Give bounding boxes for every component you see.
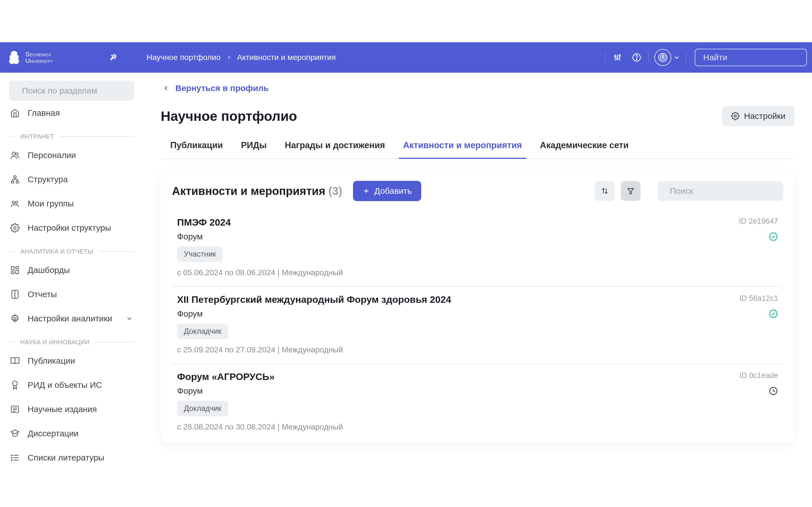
hierarchy-icon <box>10 175 20 184</box>
role-badge: Участник <box>177 246 223 262</box>
sidebar-item-label: Персоналии <box>28 151 76 160</box>
logo-text: SechenovUniversity <box>26 51 53 64</box>
tab-nagrady[interactable]: Награды и достижения <box>285 135 385 158</box>
group-icon <box>10 199 20 209</box>
svg-point-8 <box>637 59 637 60</box>
pin-icon <box>109 53 117 62</box>
panel-title: Активности и мероприятия (3) <box>172 185 342 198</box>
list-icon <box>10 453 20 462</box>
back-link[interactable]: Вернуться в профиль <box>162 83 795 93</box>
events-panel: Активности и мероприятия (3) Добавить <box>161 170 795 443</box>
breadcrumb: Научное портфолио Активности и мероприят… <box>147 53 336 62</box>
avatar <box>654 49 671 66</box>
filter-button[interactable] <box>621 181 641 201</box>
sidebar-item-izdaniya[interactable]: Научные издания <box>9 397 134 421</box>
event-meta: с 05.06.2024 по 08.06.2024 | Международн… <box>177 268 778 277</box>
global-search-input[interactable] <box>703 53 810 62</box>
chevron-down-icon <box>126 315 133 322</box>
sidebar-item-label: Настройки аналитики <box>28 314 112 323</box>
event-name: ПМЭФ 2024 <box>177 217 231 228</box>
sidebar: Главная ИНТРАНЕТ Персоналии Структура Мо… <box>0 73 143 507</box>
sidebar-item-personalii[interactable]: Персоналии <box>9 143 134 167</box>
tab-publikacii[interactable]: Публикации <box>170 135 223 158</box>
home-icon <box>10 108 20 118</box>
gear-icon <box>731 112 740 120</box>
event-item[interactable]: ПМЭФ 2024 ID 2e19647 Форум Участник с 05… <box>172 210 783 287</box>
panel-search[interactable] <box>658 181 783 201</box>
sidebar-item-label: Настройки структуры <box>28 223 111 233</box>
user-menu[interactable] <box>654 49 680 66</box>
svg-point-6 <box>619 55 620 56</box>
event-type: Форум <box>177 386 203 396</box>
svg-point-22 <box>15 202 18 204</box>
tab-ridy[interactable]: РИДы <box>241 135 267 158</box>
tab-aktivnosti[interactable]: Активности и мероприятия <box>403 135 522 158</box>
sidebar-search[interactable] <box>9 80 134 101</box>
adjustments-button[interactable] <box>612 52 623 63</box>
add-button[interactable]: Добавить <box>353 181 421 201</box>
page-title: Научное портфолио <box>161 108 297 124</box>
sidebar-section: АНАЛИТИКА И ОТЧЕТЫ <box>9 248 134 255</box>
sidebar-item-label: Списки литературы <box>28 453 104 462</box>
help-button[interactable] <box>631 52 642 63</box>
svg-point-37 <box>11 455 12 456</box>
sidebar-item-otchety[interactable]: Отчеты <box>9 282 134 306</box>
fingerprint-icon <box>657 51 669 64</box>
svg-point-28 <box>14 318 16 320</box>
breadcrumb-item[interactable]: Активности и мероприятия <box>237 53 336 62</box>
event-meta: с 28.08.2024 по 30.08.2024 | Международн… <box>177 422 778 432</box>
svg-rect-26 <box>16 270 18 274</box>
event-item[interactable]: Форум «АГРОРУСЬ» ID 0c1eade Форум Доклад… <box>172 364 783 434</box>
sidebar-search-input[interactable] <box>22 86 129 96</box>
tree-icon <box>6 50 22 65</box>
sidebar-item-nastroiki-struktury[interactable]: Настройки структуры <box>9 216 134 240</box>
sidebar-item-nastroiki-analitiki[interactable]: Настройки аналитики <box>9 306 134 331</box>
event-name: XII Петербургский международный Форум зд… <box>177 294 451 305</box>
book-icon <box>10 290 20 299</box>
sidebar-item-dissertacii[interactable]: Диссертации <box>9 421 134 446</box>
pending-clock-icon <box>769 386 778 396</box>
svg-rect-20 <box>16 181 18 183</box>
sidebar-item-label: Дашборды <box>28 265 70 275</box>
event-id: ID 2e19647 <box>739 217 778 226</box>
gear-icon <box>10 314 20 323</box>
event-type: Форум <box>177 232 203 241</box>
sidebar-item-moi-gruppy[interactable]: Мои группы <box>9 191 134 216</box>
svg-point-23 <box>14 227 16 229</box>
sidebar-item-struktura[interactable]: Структура <box>9 167 134 191</box>
sidebar-item-label: Публикации <box>28 356 75 365</box>
pin-button[interactable] <box>108 52 119 63</box>
help-icon <box>632 53 641 62</box>
svg-point-21 <box>12 202 15 204</box>
sidebar-item-label: Главная <box>28 108 60 118</box>
sidebar-section: ИНТРАНЕТ <box>9 133 134 140</box>
chevron-down-icon <box>673 54 680 61</box>
panel-search-input[interactable] <box>670 186 777 196</box>
svg-point-39 <box>11 460 12 460</box>
sidebar-item-dashbordy[interactable]: Дашборды <box>9 258 134 282</box>
event-meta: с 25.09.2024 по 27.09.2024 | Международн… <box>177 345 778 354</box>
graduation-icon <box>10 429 20 438</box>
sidebar-item-rid[interactable]: РИД и объекты ИС <box>9 373 134 397</box>
svg-point-40 <box>734 115 737 117</box>
role-badge: Докладчик <box>177 401 228 416</box>
filter-icon <box>626 187 635 195</box>
gear-icon <box>10 223 20 233</box>
svg-rect-25 <box>16 267 18 269</box>
global-search[interactable] <box>695 49 807 66</box>
sort-button[interactable] <box>595 181 615 201</box>
sliders-icon <box>613 53 622 62</box>
sidebar-item-spiski[interactable]: Списки литературы <box>9 446 134 470</box>
settings-button[interactable]: Настройки <box>722 106 795 126</box>
tab-seti[interactable]: Академические сети <box>540 135 628 158</box>
logo[interactable]: SechenovUniversity <box>6 50 108 65</box>
users-icon <box>10 151 20 160</box>
dashboard-icon <box>10 265 20 275</box>
event-item[interactable]: XII Петербургский международный Форум зд… <box>172 287 783 364</box>
sidebar-item-home[interactable]: Главная <box>9 101 134 125</box>
verified-badge-icon <box>769 309 778 319</box>
sidebar-item-label: Структура <box>28 175 68 184</box>
sidebar-item-label: РИД и объекты ИС <box>28 380 102 390</box>
sidebar-item-publikacii[interactable]: Публикации <box>9 349 134 373</box>
breadcrumb-item[interactable]: Научное портфолио <box>147 53 221 62</box>
